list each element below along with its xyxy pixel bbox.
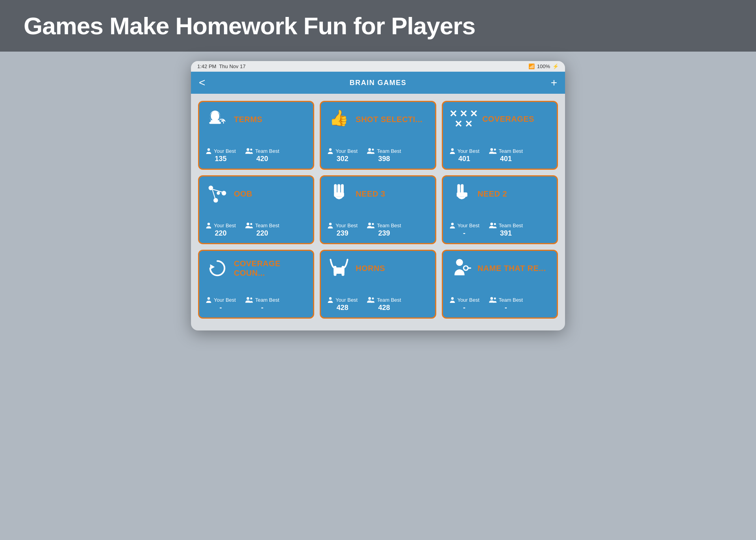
game-card-need3[interactable]: NEED 3 Your Best 239 Team Best 239 xyxy=(320,175,436,244)
svg-point-6 xyxy=(208,148,210,151)
game-card-need2[interactable]: NEED 2 Your Best - Team Best 391 xyxy=(442,175,558,244)
team-score-value-oob: 220 xyxy=(256,229,268,238)
card-scores-coverages: Your Best 401 Team Best 401 xyxy=(449,148,550,163)
team-score-block-oob: Team Best 220 xyxy=(245,222,279,238)
card-title-shot-selection: SHOT SELECTI... xyxy=(356,115,422,124)
your-score-label-name-that-re: Your Best xyxy=(449,297,480,303)
your-score-value-name-that-re: - xyxy=(463,304,465,312)
svg-point-12 xyxy=(372,148,374,150)
svg-point-41 xyxy=(250,297,252,299)
svg-point-39 xyxy=(208,297,210,300)
your-label-text: Your Best xyxy=(335,223,358,228)
your-score-block-coverage-count: Your Best - xyxy=(206,297,236,312)
team-score-block-horns: Team Best 428 xyxy=(367,297,401,312)
game-card-name-that-re[interactable]: NAME THAT RE... Your Best - Team Best - xyxy=(442,250,558,319)
card-scores-need3: Your Best 239 Team Best 239 xyxy=(327,222,428,238)
your-label-text: Your Best xyxy=(214,148,236,154)
page-header: Games Make Homework Fun for Players xyxy=(0,0,756,52)
game-card-coverage-count[interactable]: COVERAGE COUN... Your Best - Team Best xyxy=(198,250,314,319)
team-score-value-coverages: 401 xyxy=(500,155,512,163)
card-icon-terms xyxy=(206,109,229,130)
card-icon-shot-selection: 👍 xyxy=(327,109,351,130)
svg-point-45 xyxy=(329,297,332,300)
team-label-text: Team Best xyxy=(499,223,523,228)
svg-point-35 xyxy=(451,223,453,225)
your-score-label-coverage-count: Your Best xyxy=(206,297,236,303)
team-label-text: Team Best xyxy=(255,223,279,228)
your-score-block-terms: Your Best 135 xyxy=(206,148,236,163)
card-title-name-that-re: NAME THAT RE... xyxy=(478,264,546,273)
svg-point-8 xyxy=(250,148,252,150)
game-card-horns[interactable]: HORNS Your Best 428 Team Best 428 xyxy=(320,250,436,319)
team-score-value-name-that-re: - xyxy=(505,304,507,312)
team-score-label-need2: Team Best xyxy=(489,222,523,228)
team-score-block-coverage-count: Team Best - xyxy=(245,297,279,312)
card-title-horns: HORNS xyxy=(356,264,385,273)
your-score-label-shot-selection: Your Best xyxy=(327,148,358,154)
team-label-text: Team Best xyxy=(255,148,279,154)
svg-point-7 xyxy=(246,148,249,151)
card-icon-need3 xyxy=(327,184,351,204)
svg-point-10 xyxy=(329,148,332,151)
your-score-block-oob: Your Best 220 xyxy=(206,222,236,238)
team-score-label-terms: Team Best xyxy=(245,148,279,154)
team-score-label-coverage-count: Team Best xyxy=(245,297,279,303)
team-score-value-shot-selection: 398 xyxy=(378,155,390,163)
svg-rect-27 xyxy=(341,184,344,194)
your-score-block-coverages: Your Best 401 xyxy=(449,148,480,163)
your-score-block-need3: Your Best 239 xyxy=(327,222,358,238)
your-score-label-need3: Your Best xyxy=(327,222,358,228)
game-card-coverages[interactable]: ✕ ✕ ✕ ✕ ✕ COVERAGES Your Best 401 xyxy=(442,101,558,170)
your-score-block-horns: Your Best 428 xyxy=(327,297,358,312)
svg-point-21 xyxy=(217,191,220,195)
card-scores-coverage-count: Your Best - Team Best - xyxy=(206,297,307,312)
team-label-text: Team Best xyxy=(255,297,279,303)
card-title-coverage-count: COVERAGE COUN... xyxy=(234,259,307,278)
team-score-label-oob: Team Best xyxy=(245,222,279,228)
card-top-name-that-re: NAME THAT RE... xyxy=(449,258,550,278)
card-icon-name-that-re xyxy=(449,258,473,278)
your-score-value-horns: 428 xyxy=(337,304,348,312)
back-button[interactable]: < xyxy=(199,76,205,89)
svg-text:👍: 👍 xyxy=(329,109,349,127)
team-score-label-name-that-re: Team Best xyxy=(489,297,523,303)
svg-point-46 xyxy=(369,297,371,300)
your-label-text: Your Best xyxy=(458,297,480,303)
svg-point-29 xyxy=(329,223,332,225)
card-top-oob: OOB xyxy=(206,184,307,204)
card-top-horns: HORNS xyxy=(327,258,428,278)
team-score-value-need3: 239 xyxy=(378,229,390,238)
team-score-value-terms: 420 xyxy=(256,155,268,163)
svg-point-40 xyxy=(246,297,249,300)
device-frame: 1:42 PM Thu Nov 17 📶 100% ⚡ < BRAIN GAME… xyxy=(191,61,565,330)
svg-marker-38 xyxy=(210,264,215,269)
card-title-coverages: COVERAGES xyxy=(482,114,534,124)
svg-line-19 xyxy=(213,189,222,192)
game-card-oob[interactable]: OOB Your Best 220 Team Best 220 xyxy=(198,175,314,244)
team-score-label-horns: Team Best xyxy=(367,297,401,303)
card-scores-name-that-re: Your Best - Team Best - xyxy=(449,297,550,312)
your-score-block-name-that-re: Your Best - xyxy=(449,297,480,312)
team-score-block-terms: Team Best 420 xyxy=(245,148,279,163)
team-score-block-coverages: Team Best 401 xyxy=(489,148,523,163)
add-button[interactable]: + xyxy=(551,76,557,89)
card-scores-terms: Your Best 135 Team Best 420 xyxy=(206,148,307,163)
card-icon-horns xyxy=(327,258,351,278)
card-title-oob: OOB xyxy=(234,189,252,199)
your-score-block-shot-selection: Your Best 302 xyxy=(327,148,358,163)
card-title-terms: TERMS xyxy=(234,115,263,124)
game-card-shot-selection[interactable]: 👍 SHOT SELECTI... Your Best 302 Team Bes… xyxy=(320,101,436,170)
team-score-value-need2: 391 xyxy=(500,229,512,238)
team-score-label-coverages: Team Best xyxy=(489,148,523,154)
svg-point-13 xyxy=(451,148,453,151)
your-score-value-terms: 135 xyxy=(215,155,226,163)
card-top-need3: NEED 3 xyxy=(327,184,428,204)
svg-rect-32 xyxy=(457,184,460,194)
your-score-label-terms: Your Best xyxy=(206,148,236,154)
wifi-icon: 📶 xyxy=(528,63,535,69)
game-card-terms[interactable]: TERMS Your Best 135 Team Best 420 xyxy=(198,101,314,170)
team-label-text: Team Best xyxy=(377,297,401,303)
team-score-block-need3: Team Best 239 xyxy=(367,222,401,238)
svg-point-18 xyxy=(213,198,218,203)
card-top-coverages: ✕ ✕ ✕ ✕ ✕ COVERAGES xyxy=(449,109,550,129)
